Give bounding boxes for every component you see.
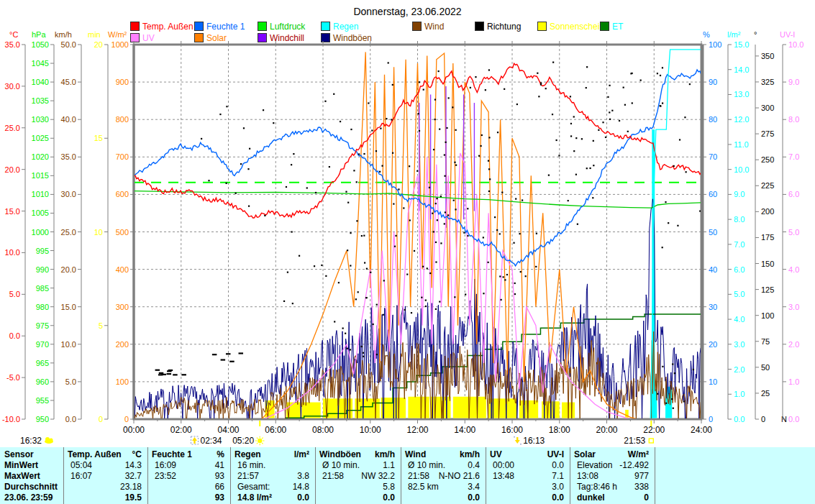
svg-text:200: 200 [761, 207, 774, 216]
table-cell-value: 338 [634, 482, 649, 492]
svg-text:25.0: 25.0 [5, 124, 20, 132]
svg-text:35.0: 35.0 [61, 152, 76, 161]
svg-text:7.0: 7.0 [788, 152, 799, 161]
table-cell-value: -12.492 [619, 460, 649, 470]
svg-text:7.0: 7.0 [734, 240, 745, 249]
sun-icon [255, 436, 264, 445]
svg-text:30: 30 [709, 303, 717, 311]
svg-text:20.0: 20.0 [5, 165, 20, 174]
pressure-axis: 9509559609659709759809859909951000100510… [32, 30, 54, 423]
table-col-header: Temp. Außen [68, 449, 122, 459]
svg-text:21:53: 21:53 [624, 436, 645, 446]
svg-text:12:00: 12:00 [406, 425, 428, 435]
svg-text:20:00: 20:00 [596, 425, 617, 435]
table-cell-time: 13:48 [493, 471, 514, 481]
svg-text:3.0: 3.0 [734, 340, 745, 349]
svg-text:400: 400 [116, 265, 129, 274]
svg-text:225: 225 [761, 181, 774, 190]
table-cell-value: 93 [215, 471, 224, 481]
table-col-unit: UV-I [547, 449, 564, 459]
table-col-unit: W/m² [628, 449, 649, 459]
table-cell-value: 32.7 [125, 471, 142, 481]
table-cell-value: 0.0 [297, 492, 309, 503]
table-cell-value: 93 [215, 492, 224, 503]
svg-text:2.0: 2.0 [734, 365, 745, 374]
table-cell-value: 41 [215, 460, 224, 470]
svg-text:950: 950 [36, 415, 49, 423]
set-arrow-marker: 16:13 [514, 436, 545, 446]
svg-text:1015: 1015 [32, 171, 49, 180]
svg-text:40: 40 [709, 265, 717, 274]
svg-text:1.0: 1.0 [734, 390, 745, 398]
svg-text:1010: 1010 [32, 190, 49, 198]
table-row-label: Sensor [4, 449, 34, 459]
svg-text:02:34: 02:34 [200, 436, 222, 446]
table-cell-time: 16:09 [155, 460, 176, 470]
svg-text:5.0: 5.0 [788, 228, 799, 237]
table-row-label: Durchschnitt [4, 482, 58, 492]
svg-text:1035: 1035 [32, 96, 49, 105]
table-col-header: Solar [574, 449, 596, 459]
table-separator [486, 447, 486, 504]
sun-cloud-marker: 16:32 [20, 436, 53, 446]
table-separator [63, 447, 64, 504]
table-cell-value: 3.4 [468, 482, 480, 492]
rise-arrow-icon [191, 436, 198, 444]
svg-text:24:00: 24:00 [691, 425, 712, 435]
svg-text:6.0: 6.0 [734, 265, 745, 274]
svg-text:40.0: 40.0 [61, 115, 76, 124]
svg-text:25.0: 25.0 [61, 228, 76, 237]
svg-text:12.0: 12.0 [734, 115, 749, 124]
svg-text:300: 300 [116, 303, 129, 311]
svg-text:0.0: 0.0 [9, 331, 20, 340]
svg-text:10: 10 [709, 377, 717, 386]
table-cell-value: 5.8 [383, 482, 395, 492]
svg-text:11.0: 11.0 [734, 140, 749, 149]
wind-axis: 0.05.010.015.020.025.030.035.040.045.050… [55, 30, 81, 423]
svg-text:3.0: 3.0 [788, 303, 799, 311]
svg-text:14.0: 14.0 [734, 65, 749, 74]
table-cell-time: 82.5 km [408, 482, 439, 492]
svg-text:5: 5 [99, 321, 103, 330]
solar-axis: 01002003004005006007008009001000W/m² [108, 30, 134, 423]
svg-text:°: ° [754, 30, 757, 39]
table-cell-value: 3.8 [297, 471, 309, 481]
table-cell-time: 16:07 [70, 471, 92, 481]
svg-text:06:00: 06:00 [265, 425, 286, 435]
svg-text:°C: °C [9, 30, 18, 39]
svg-text:10:00: 10:00 [360, 425, 381, 435]
svg-text:10.0: 10.0 [5, 248, 20, 257]
table-cell-value: 0.4 [468, 460, 480, 470]
svg-text:0.0: 0.0 [788, 415, 799, 423]
svg-text:1020: 1020 [32, 152, 49, 161]
table-cell-time: Ø 10 min. [322, 460, 360, 470]
table-col-unit: km/h [460, 449, 480, 459]
table-row-label: 23.06. 23:59 [4, 492, 53, 503]
svg-text:200: 200 [116, 340, 129, 349]
table-col-unit: km/h [375, 449, 395, 459]
table-col-unit: °C [132, 449, 142, 459]
table-col-unit: l/m² [294, 449, 309, 459]
table-cell-value: 0.0 [383, 492, 395, 503]
svg-text:50.0: 50.0 [61, 40, 76, 49]
weather-day-report: { "title": "Donnerstag, 23.06.2022", "le… [0, 0, 815, 504]
svg-text:0: 0 [99, 415, 103, 423]
svg-text:90: 90 [709, 78, 717, 86]
svg-text:1.0: 1.0 [788, 377, 799, 386]
sun-axis: 05101520min [88, 30, 108, 423]
svg-text:325: 325 [761, 78, 774, 86]
svg-text:175: 175 [761, 233, 774, 242]
table-separator [315, 447, 316, 504]
svg-text:980: 980 [36, 303, 49, 311]
svg-text:0: 0 [761, 415, 765, 423]
set-arrow-icon [514, 436, 522, 445]
svg-text:350: 350 [761, 52, 774, 60]
sensor-stats-table: SensorMinWertMaxWertDurchschnitt23.06. 2… [0, 447, 815, 504]
table-separator [147, 447, 148, 504]
svg-text:80: 80 [709, 115, 717, 124]
svg-text:hPa: hPa [32, 30, 46, 39]
svg-text:4.0: 4.0 [734, 315, 745, 324]
weather-chart: -10.0-5.00.05.010.015.020.025.030.035.0°… [0, 0, 815, 504]
svg-text:0: 0 [124, 415, 129, 423]
table-cell-value: 0.0 [468, 492, 480, 503]
